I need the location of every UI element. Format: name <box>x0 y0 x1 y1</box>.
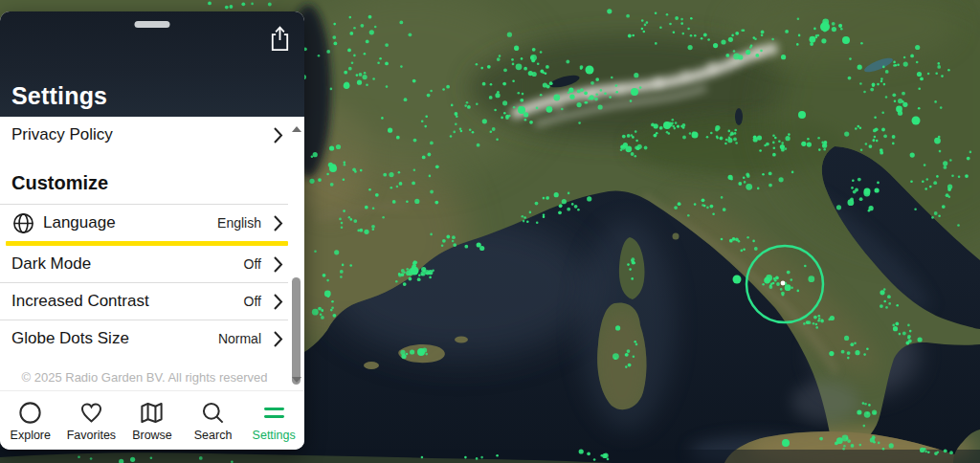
chevron-right-icon <box>273 293 283 311</box>
customize-heading: Customize <box>0 153 304 204</box>
chevron-right-icon <box>273 255 283 274</box>
menu-icon <box>261 400 287 426</box>
nav-favorites[interactable]: Favorites <box>61 391 122 450</box>
language-value: English <box>217 215 261 231</box>
scroll-down-arrow[interactable] <box>292 377 301 383</box>
bottom-nav: Explore Favorites Browse Search <box>0 390 304 450</box>
globe-icon <box>11 211 35 235</box>
page-title: Settings <box>11 82 107 110</box>
increased-contrast-row[interactable]: Increased Contrast Off <box>0 283 304 320</box>
globe-dots-size-row[interactable]: Globe Dots Size Normal <box>0 320 304 357</box>
dark-mode-value: Off <box>244 256 261 272</box>
radio-garden-app: Settings Privacy Policy Customize Langua… <box>0 0 980 463</box>
search-icon <box>200 400 226 426</box>
nav-browse[interactable]: Browse <box>122 391 183 450</box>
panel-header: Settings <box>0 11 304 117</box>
increased-contrast-value: Off <box>244 294 261 309</box>
chevron-right-icon <box>273 126 283 144</box>
heart-icon <box>78 400 104 426</box>
nav-settings[interactable]: Settings <box>243 391 304 450</box>
settings-panel: Settings Privacy Policy Customize Langua… <box>0 11 304 450</box>
scroll-thumb[interactable] <box>292 277 301 385</box>
map-icon <box>139 400 165 426</box>
copyright-text: © 2025 Radio Garden BV. All rights reser… <box>0 357 304 385</box>
chevron-right-icon <box>273 214 283 232</box>
nav-search[interactable]: Search <box>183 391 244 450</box>
circle-icon <box>17 400 43 426</box>
language-row[interactable]: Language English <box>0 205 304 241</box>
scroll-up-arrow[interactable] <box>292 126 301 132</box>
share-icon <box>267 24 293 54</box>
chevron-right-icon <box>273 330 283 348</box>
nav-explore[interactable]: Explore <box>0 391 61 450</box>
drag-handle[interactable] <box>135 21 170 28</box>
scrollbar <box>289 119 303 388</box>
share-button[interactable] <box>265 24 294 55</box>
settings-list: Privacy Policy Customize Language Englis… <box>0 117 304 390</box>
privacy-policy-row[interactable]: Privacy Policy <box>0 117 304 153</box>
globe-dots-size-value: Normal <box>218 331 261 346</box>
dark-mode-row[interactable]: Dark Mode Off <box>0 246 304 282</box>
